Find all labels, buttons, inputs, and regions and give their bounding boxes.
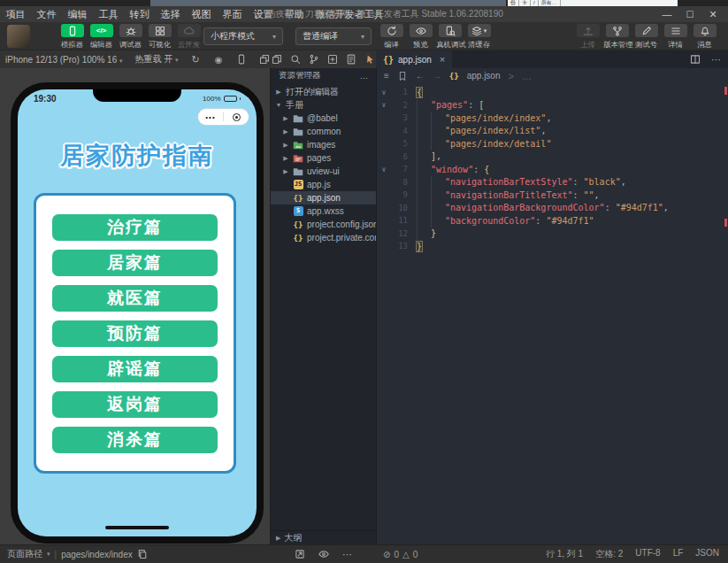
code-line[interactable]: 6],	[377, 150, 728, 164]
nav-button-辟谣篇[interactable]: 辟谣篇	[52, 356, 218, 382]
code-line[interactable]: 8"navigationBarTextStyle": "black",	[377, 176, 728, 189]
nav-button-消杀篇[interactable]: 消杀篇	[52, 427, 218, 453]
nav-button-返岗篇[interactable]: 返岗篇	[52, 391, 218, 418]
toolbar-button-编译[interactable]: 编译	[377, 24, 406, 50]
toolbar-button-测试号[interactable]: 测试号	[632, 24, 661, 50]
more-icon[interactable]: ⋯	[710, 53, 723, 66]
code-editor[interactable]: ∨1{∨2"pages": [3"pages/index/index",4"pa…	[376, 83, 728, 544]
breadcrumb-file[interactable]: app.json	[467, 71, 501, 81]
code-line[interactable]: ∨1{	[377, 86, 728, 99]
status-segment-3[interactable]: LF	[673, 548, 684, 560]
hot-reload-toggle[interactable]: 热重载 开 ▾	[135, 53, 179, 66]
maximize-button[interactable]: ☐	[678, 9, 701, 19]
page-path-value[interactable]: pages/index/index	[61, 550, 133, 559]
tree-item-project.private.config.js…[interactable]: {}project.private.config.js…	[271, 231, 376, 244]
new-window-icon[interactable]	[326, 53, 339, 66]
menu-item-转到[interactable]: 转到	[124, 8, 155, 21]
problems-indicator[interactable]: ⊘ 0 △ 0	[383, 550, 418, 559]
copy-path-icon[interactable]	[137, 549, 148, 559]
nav-button-预防篇[interactable]: 预防篇	[52, 320, 218, 347]
fold-arrow-icon[interactable]: ∨	[377, 166, 391, 174]
files-icon[interactable]	[271, 53, 283, 66]
toolbar-button-消息[interactable]: 消息	[690, 24, 719, 50]
float-window-icon[interactable]	[258, 53, 271, 66]
tree-item-app.wxss[interactable]: Sapp.wxss	[271, 204, 376, 218]
bookmark-icon[interactable]	[397, 71, 408, 81]
toolbar-button-上传[interactable]: 上传	[573, 24, 602, 50]
device-frame-icon[interactable]	[235, 53, 248, 66]
more-icon[interactable]: ⋯	[341, 548, 354, 560]
code-line[interactable]: 11"backgroundColor": "#94d7f1"	[377, 214, 728, 228]
code-line[interactable]: 3"pages/index/index",	[377, 112, 728, 125]
toolbar-button-云开发[interactable]: 云开发	[174, 24, 203, 50]
toolbar-button-模拟器[interactable]: 模拟器	[57, 24, 87, 50]
menu-item-文件[interactable]: 文件	[31, 8, 62, 21]
code-line[interactable]: 10"navigationBarBackgroundColor": "#94d7…	[377, 202, 728, 215]
menu-item-编辑[interactable]: 编辑	[62, 8, 93, 21]
status-segment-0[interactable]: 行 1, 列 1	[546, 548, 583, 560]
code-line[interactable]: 4"pages/index/list",	[377, 125, 728, 138]
tree-item-@babel[interactable]: ▶@babel	[271, 112, 376, 125]
tree-section-project[interactable]: ▼手册	[271, 98, 376, 112]
search-icon[interactable]	[289, 53, 302, 66]
menu-item-视图[interactable]: 视图	[186, 8, 217, 21]
menu-item-项目[interactable]: 项目	[0, 8, 31, 21]
arrow-forward-icon[interactable]: →	[433, 71, 441, 81]
status-segment-1[interactable]: 空格: 2	[595, 548, 623, 560]
menu-item-工具[interactable]: 工具	[93, 8, 124, 21]
tree-item-pages[interactable]: ▶pages	[271, 151, 376, 165]
restart-icon[interactable]: ↻	[189, 53, 202, 66]
status-segment-2[interactable]: UTF-8	[635, 548, 660, 560]
device-selector[interactable]: iPhone 12/13 (Pro) 100% 16 ▾	[5, 55, 123, 65]
fold-arrow-icon[interactable]: ∨	[377, 101, 391, 109]
toolbar-button-详情[interactable]: 详情	[661, 24, 690, 50]
breadcrumb-more[interactable]: …	[522, 71, 532, 81]
file-list-icon[interactable]	[345, 53, 357, 66]
toolbar-button-真机调试[interactable]: 真机调试	[435, 24, 464, 50]
close-button[interactable]: ✕	[701, 9, 724, 20]
eye-icon[interactable]	[318, 548, 330, 560]
git-icon[interactable]	[308, 53, 320, 66]
nav-button-治疗篇[interactable]: 治疗篇	[52, 214, 218, 241]
capsule-close-icon[interactable]	[224, 113, 249, 121]
menu-item-选择[interactable]: 选择	[155, 8, 186, 21]
toolbar-button-版本管理[interactable]: 版本管理	[602, 24, 632, 50]
record-icon[interactable]: ◉	[212, 53, 225, 66]
arrow-back-icon[interactable]: ←	[416, 71, 425, 81]
tree-section-open-editors[interactable]: ▶打开的编辑器	[271, 85, 376, 98]
toolbar-button-编辑器[interactable]: </>编辑器	[87, 24, 116, 50]
toolbar-button-调试器[interactable]: 调试器	[116, 24, 145, 50]
tab-app-json[interactable]: {} app.json ×	[376, 50, 452, 68]
tree-item-common[interactable]: ▶common	[271, 125, 376, 138]
toolbar-button-清缓存[interactable]: ▾清缓存	[464, 24, 494, 50]
tree-item-app.json[interactable]: {}app.json	[271, 191, 376, 204]
fold-arrow-icon[interactable]: ∨	[377, 89, 391, 96]
code-line[interactable]: ∨7"window": {	[377, 163, 728, 176]
outline-section[interactable]: ▶ 大纲	[271, 530, 376, 544]
pointer-icon[interactable]	[364, 53, 376, 66]
code-line[interactable]: 12}	[377, 228, 728, 241]
toolbar-button-预览[interactable]: 预览	[406, 24, 435, 50]
compile-dropdown[interactable]: 普通编译 ▾	[295, 27, 372, 45]
tree-item-app.js[interactable]: JSapp.js	[271, 178, 376, 191]
nav-button-居家篇[interactable]: 居家篇	[52, 250, 218, 276]
tab-close-icon[interactable]: ×	[440, 54, 445, 65]
nav-button-就医篇[interactable]: 就医篇	[52, 285, 218, 312]
mode-dropdown[interactable]: 小程序模式 ▾	[203, 27, 283, 45]
tree-item-project.config.json[interactable]: {}project.config.json	[271, 218, 376, 231]
status-segment-4[interactable]: JSON	[695, 548, 719, 560]
page-path-label[interactable]: 页面路径	[7, 548, 42, 560]
toolbar-button-可视化[interactable]: 可视化	[145, 24, 174, 50]
code-line[interactable]: ∨2"pages": [	[377, 99, 728, 112]
code-line[interactable]: 13}	[377, 240, 728, 253]
tree-item-uview-ui[interactable]: ▶uview-ui	[271, 165, 376, 178]
menu-icon[interactable]: ≡	[384, 71, 389, 81]
avatar[interactable]	[7, 25, 30, 48]
independent-window-icon[interactable]	[294, 548, 306, 560]
menu-item-界面[interactable]: 界面	[217, 8, 248, 21]
more-icon[interactable]: …	[360, 71, 369, 81]
tree-item-images[interactable]: ▶images	[271, 138, 376, 151]
split-editor-icon[interactable]	[689, 53, 701, 66]
minimize-button[interactable]: —	[655, 9, 678, 19]
code-line[interactable]: 5"pages/index/detail"	[377, 137, 728, 150]
